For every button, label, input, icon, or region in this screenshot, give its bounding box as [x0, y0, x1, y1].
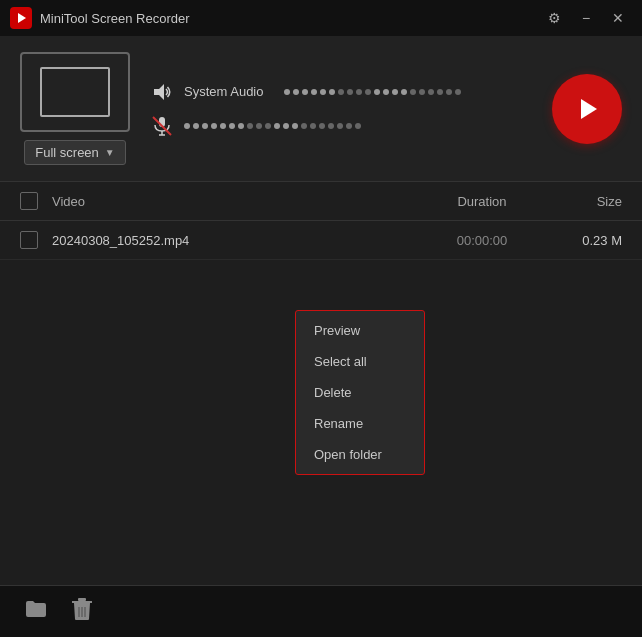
capture-box-inner — [40, 67, 110, 117]
svg-rect-7 — [72, 601, 92, 603]
dot — [428, 89, 434, 95]
dot — [410, 89, 416, 95]
record-button[interactable] — [552, 74, 622, 144]
dot — [374, 89, 380, 95]
dot — [301, 123, 307, 129]
trash-icon — [71, 597, 93, 626]
folder-icon — [24, 597, 48, 626]
dot — [265, 123, 271, 129]
minimize-button[interactable]: − — [572, 6, 600, 30]
table-header: Video Duration Size — [0, 182, 642, 221]
mic-audio-bar — [184, 123, 532, 129]
context-menu-preview[interactable]: Preview — [296, 315, 424, 346]
app-title: MiniTool Screen Recorder — [40, 11, 540, 26]
dot — [220, 123, 226, 129]
dot — [256, 123, 262, 129]
row-size: 0.23 M — [542, 233, 622, 248]
dot — [302, 89, 308, 95]
context-menu-select-all[interactable]: Select all — [296, 346, 424, 377]
dot — [238, 123, 244, 129]
audio-section: System Audio — [150, 80, 532, 138]
dot — [284, 89, 290, 95]
dot — [193, 123, 199, 129]
dot — [328, 123, 334, 129]
dot — [292, 123, 298, 129]
dot — [365, 89, 371, 95]
dot — [184, 123, 190, 129]
dot — [355, 123, 361, 129]
svg-marker-1 — [154, 84, 164, 100]
open-folder-button[interactable] — [20, 596, 52, 628]
dropdown-label: Full screen — [35, 145, 99, 160]
mic-muted-icon — [150, 114, 174, 138]
dot — [347, 89, 353, 95]
delete-button[interactable] — [66, 596, 98, 628]
fullscreen-dropdown[interactable]: Full screen ▼ — [24, 140, 125, 165]
dot — [329, 89, 335, 95]
bottom-toolbar — [0, 585, 642, 637]
row-filename: 20240308_105252.mp4 — [52, 233, 422, 248]
table-row[interactable]: 20240308_105252.mp4 00:00:00 0.23 M — [0, 221, 642, 260]
window-controls: ⚙ − ✕ — [540, 6, 632, 30]
system-audio-bar — [284, 89, 532, 95]
dot — [311, 89, 317, 95]
dot — [338, 89, 344, 95]
context-menu: Preview Select all Delete Rename Open fo… — [295, 310, 425, 475]
dot — [401, 89, 407, 95]
dot — [356, 89, 362, 95]
dot — [337, 123, 343, 129]
mic-audio-row — [150, 114, 532, 138]
dot — [247, 123, 253, 129]
row-checkbox[interactable] — [20, 231, 38, 249]
system-audio-row: System Audio — [150, 80, 532, 104]
select-all-checkbox[interactable] — [20, 192, 38, 210]
capture-preview-box — [20, 52, 130, 132]
dot — [437, 89, 443, 95]
dot — [392, 89, 398, 95]
title-bar: MiniTool Screen Recorder ⚙ − ✕ — [0, 0, 642, 36]
context-menu-rename[interactable]: Rename — [296, 408, 424, 439]
column-duration-header: Duration — [422, 194, 542, 209]
dot — [419, 89, 425, 95]
settings-button[interactable]: ⚙ — [540, 6, 568, 30]
close-button[interactable]: ✕ — [604, 6, 632, 30]
chevron-down-icon: ▼ — [105, 147, 115, 158]
svg-marker-0 — [18, 13, 26, 23]
column-size-header: Size — [542, 194, 622, 209]
dot — [310, 123, 316, 129]
dot — [455, 89, 461, 95]
dot — [383, 89, 389, 95]
row-duration: 00:00:00 — [422, 233, 542, 248]
dot — [319, 123, 325, 129]
dot — [274, 123, 280, 129]
speaker-icon — [150, 80, 174, 104]
dot — [202, 123, 208, 129]
system-audio-label: System Audio — [184, 84, 274, 99]
dot — [346, 123, 352, 129]
svg-rect-8 — [78, 598, 86, 601]
context-menu-delete[interactable]: Delete — [296, 377, 424, 408]
dot — [320, 89, 326, 95]
top-panel: Full screen ▼ System Audio — [0, 36, 642, 182]
column-video-header: Video — [52, 194, 422, 209]
svg-marker-6 — [581, 99, 597, 119]
app-logo — [10, 7, 32, 29]
context-menu-open-folder[interactable]: Open folder — [296, 439, 424, 470]
dot — [283, 123, 289, 129]
dot — [211, 123, 217, 129]
dot — [293, 89, 299, 95]
dot — [446, 89, 452, 95]
capture-section: Full screen ▼ — [20, 52, 130, 165]
dot — [229, 123, 235, 129]
